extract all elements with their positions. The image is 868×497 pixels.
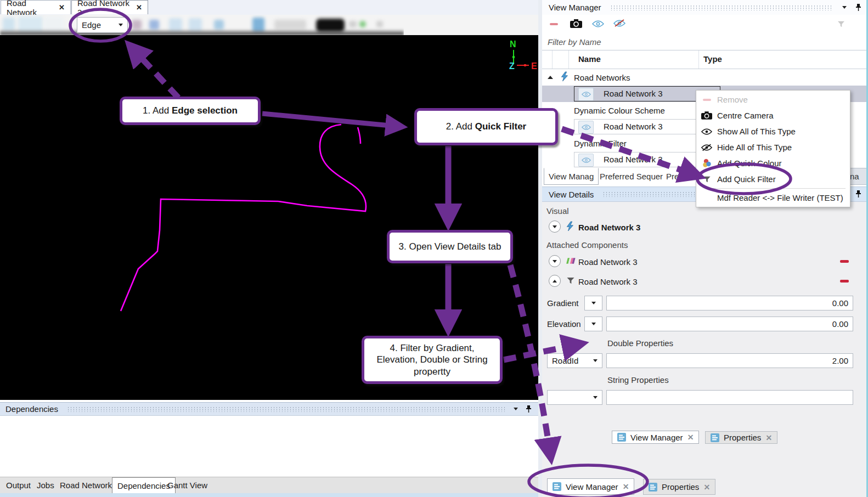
component-row-colour: Road Network 3 [542,253,868,270]
dependencies-title: Dependencies [5,404,58,414]
chevron-down-icon [119,24,123,26]
tab-gantt-view[interactable]: Gantt View [162,477,212,493]
collapse-button[interactable] [549,275,561,287]
column-name[interactable]: Name [578,54,601,64]
doc-tab-label: Road Network 3 [77,0,131,17]
remove-component-button[interactable] [840,280,849,283]
component-label: Road Network 3 [578,277,638,286]
expand-button[interactable] [549,255,561,267]
edge-selection-dropdown[interactable]: Edge [77,17,128,33]
dock-tab-properties[interactable]: Properties ✕ [705,431,777,444]
panel-list-icon [711,433,719,442]
pin-icon[interactable] [526,405,532,413]
tab-output[interactable]: Output [1,477,36,493]
toolbar-blob [359,21,366,27]
step4-callout: 4. Filter by Gradient, Elevation, Double… [362,336,503,384]
dock-tab-label: View Manager [566,482,618,492]
view-manager-toolbar [542,15,868,33]
column-type[interactable]: Type [703,54,722,64]
filter-icon[interactable] [837,20,845,29]
step2-text: 2. Add [446,121,475,132]
toolbar-blob [349,21,357,27]
string-properties-label: String Properties [607,375,669,385]
drag-handle-dots[interactable] [67,406,506,412]
chevron-down-icon[interactable] [514,408,518,410]
close-icon[interactable]: ✕ [703,483,710,492]
toolbar-blob [274,20,306,30]
visual-item-label: Road Network 3 [578,223,640,232]
string-property-dropdown[interactable] [547,390,602,405]
pin-icon[interactable] [855,4,861,12]
gradient-value: 0.00 [832,298,848,308]
dock-tab-label: Properties [662,482,699,492]
step2-bold-text: Quick Filter [475,121,527,132]
visibility-eye-button[interactable] [578,88,594,101]
tab-road-network[interactable]: Road Network [55,477,117,493]
tree-row-road-networks[interactable]: Road Networks [542,69,868,86]
gradient-filter-row: Gradient 0.00 [542,296,868,311]
menu-item-hide-all[interactable]: Hide All of This Type [696,139,850,155]
double-property-value-field[interactable]: 2.00 [606,353,853,368]
view-manager-title: View Manager [549,3,601,12]
tab-preferred-sequence[interactable]: Preferred Sequer [595,168,667,185]
menu-item-add-quick-filter[interactable]: Add Quick Filter [696,171,850,187]
gradient-mode-dropdown[interactable] [584,296,602,310]
elevation-value-field[interactable]: 0.00 [606,317,853,331]
filter-by-name-input[interactable]: Filter by Name [542,33,868,50]
menu-item-centre-camera[interactable]: Centre Camera [696,108,850,123]
remove-component-button[interactable] [840,260,849,263]
doc-tab-road-network-3[interactable]: Road Network 3 ✕ [71,0,148,14]
step2-callout: 2. Add Quick Filter [414,108,558,145]
menu-item-show-all[interactable]: Show All of This Type [696,123,850,139]
menu-item-add-quick-colour[interactable]: Add Quick Colour [696,155,850,171]
dock-tab-view-manager[interactable]: View Manager ✕ [612,431,699,444]
tree-column-header: Name Type [542,50,868,69]
view-details-title: View Details [549,190,594,199]
panel-splitter[interactable] [538,0,542,497]
filter-funnel-icon [566,276,575,286]
double-property-dropdown[interactable]: RoadId [547,353,602,368]
close-icon[interactable]: ✕ [59,3,65,12]
gradient-value-field[interactable]: 0.00 [606,296,853,310]
dependencies-panel-body [0,416,538,477]
elevation-mode-dropdown[interactable] [584,317,602,331]
column-divider [552,50,553,69]
drag-handle-dots[interactable] [610,5,832,10]
step1-text: 1. Add [143,105,172,116]
tree-row-label: Road Network 3 [604,89,663,98]
double-properties-label: Double Properties [607,338,673,348]
compass-north-label: N [510,39,516,49]
camera-icon[interactable] [570,19,582,30]
step1-callout: 1. Add Edge selection [120,97,261,125]
visibility-eye-button[interactable] [578,121,594,134]
string-property-value-field[interactable] [606,390,853,405]
tab-view-manager[interactable]: View Manag [544,168,599,185]
visibility-eye-button[interactable] [578,154,594,167]
close-icon[interactable]: ✕ [687,433,694,442]
eye-slash-icon [696,144,717,151]
compass-z-label: Z [509,61,515,71]
dock-tab-properties-2[interactable]: Properties ✕ [643,479,715,495]
step1-bold-text: Edge selection [172,105,238,116]
collapse-icon[interactable] [548,76,553,79]
expand-button[interactable] [549,221,561,233]
remove-icon[interactable] [550,23,558,25]
context-menu: Remove Centre Camera Show All of This Ty… [696,90,850,207]
pin-icon[interactable] [855,190,861,198]
chevron-down-icon[interactable] [842,6,847,9]
tab-preferences[interactable]: Prefer [662,168,693,185]
column-divider [568,50,569,69]
doc-tab-road-network[interactable]: Road Network ✕ [1,0,71,14]
dock-tab-view-manager-2[interactable]: View Manager ✕ [547,478,634,495]
double-property-row: RoadId 2.00 [542,353,868,369]
close-icon[interactable]: ✕ [136,3,142,12]
double-property-value: 2.00 [832,356,848,365]
application-window: Road Network ✕ Road Network 3 ✕ [0,0,868,497]
hide-eye-icon[interactable] [613,19,626,29]
show-eye-icon[interactable] [592,20,604,29]
column-divider[interactable] [698,50,699,69]
close-icon[interactable]: ✕ [623,482,629,491]
close-icon[interactable]: ✕ [765,433,772,442]
menu-item-mdf-reader[interactable]: Mdf Reader <-> File Writer (TEST) [696,190,850,206]
gradient-label: Gradient [547,298,579,308]
